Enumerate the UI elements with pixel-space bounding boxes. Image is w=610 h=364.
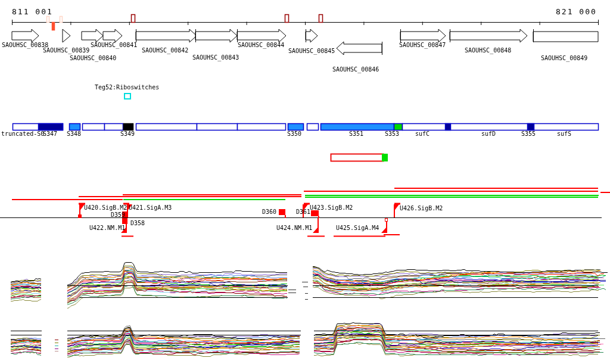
segment-label: sufS [557, 130, 571, 137]
variant-mark[interactable] [319, 15, 323, 23]
variant-mark[interactable] [285, 15, 289, 23]
tss-flag-label: U420.SigB.M2 [84, 204, 127, 211]
segment-label: S348 [67, 130, 81, 137]
gene-arrow[interactable] [82, 29, 103, 42]
tss-d-box-label: D358 [130, 220, 145, 226]
segment-box[interactable] [288, 124, 304, 130]
segment-box[interactable] [238, 124, 286, 130]
segment-box[interactable] [70, 124, 80, 130]
gene-label: SAOUHSC_00838 [2, 42, 48, 48]
segment-label: S349 [120, 130, 135, 137]
tss-d-box[interactable] [279, 209, 285, 215]
riboswitch-label: Teg52:Riboswitches [95, 84, 159, 91]
tss-open-rect [385, 219, 388, 222]
gene-arrow[interactable] [103, 29, 122, 42]
segment-box[interactable] [321, 124, 394, 130]
gene-arrow[interactable] [12, 29, 39, 42]
gene-label: SAOUHSC_00848 [465, 47, 511, 54]
probe-box[interactable] [331, 154, 384, 161]
tss-up-flag-pennant[interactable] [394, 204, 399, 211]
riboswitch-marker-box[interactable] [124, 93, 131, 99]
gene-arrow[interactable] [533, 32, 598, 42]
gene-arrow[interactable] [306, 29, 318, 42]
gene-label: SAOUHSC_00846 [332, 66, 379, 73]
segment-label: S355 [521, 130, 536, 137]
tss-d-box-label: D359 [111, 211, 125, 218]
segment-box[interactable] [307, 124, 319, 130]
segment-box[interactable] [528, 124, 534, 130]
segment-label: S351 [349, 130, 363, 137]
genome-browser-view: 811 001 821 000 Teg52:Riboswitches SAOUH… [0, 0, 610, 364]
tss-flag-base-square [78, 214, 82, 218]
tss-d-box[interactable] [122, 218, 127, 224]
gene-label: SAOUHSC_00839 [43, 47, 89, 54]
segment-box[interactable] [136, 124, 197, 130]
variant-mark[interactable] [52, 23, 55, 30]
segment-box[interactable] [403, 124, 599, 130]
gene-arrow[interactable] [63, 29, 70, 42]
variant-mark[interactable] [47, 17, 49, 23]
tss-d-box-label: D361 [296, 209, 310, 215]
gene-label: SAOUHSC_00849 [541, 55, 587, 61]
tss-flag-label: U424.NM.M1 [276, 225, 312, 231]
tss-flag-label: U426.SigB.M2 [400, 205, 443, 211]
probe-box-green-end [382, 154, 388, 161]
segment-box[interactable] [197, 124, 238, 130]
gene-arrow[interactable] [237, 29, 286, 42]
tss-d-box[interactable] [311, 210, 319, 216]
tss-flag-label: U425.SigA.M4 [336, 225, 379, 231]
gene-arrow[interactable] [450, 29, 527, 42]
segment-label: S347 [43, 130, 57, 137]
segment-label: S350 [287, 130, 301, 137]
segment-box[interactable] [446, 124, 451, 130]
gene-label: SAOUHSC_00843 [192, 54, 239, 61]
segment-box[interactable] [39, 124, 63, 130]
tss-flag-label: U423.SigB.M2 [310, 204, 353, 211]
gene-label: SAOUHSC_00847 [399, 42, 446, 48]
tss-d-box-label: D360 [262, 209, 276, 215]
segment-box[interactable] [394, 124, 403, 130]
gene-label: SAOUHSC_00842 [142, 47, 188, 54]
gene-label: SAOUHSC_00840 [70, 55, 116, 61]
segment-box[interactable] [83, 124, 105, 130]
ruler-end-coordinate: 821 000 [556, 8, 597, 16]
gene-arrow[interactable] [337, 42, 382, 55]
segment-label: truncated-S0 [1, 130, 44, 137]
gene-arrow[interactable] [195, 29, 237, 42]
tss-flag-label: U421.SigA.M3 [129, 204, 172, 211]
segment-label: S353 [385, 130, 399, 137]
gene-arrow[interactable] [400, 29, 446, 42]
variant-mark[interactable] [60, 17, 63, 23]
gene-label: SAOUHSC_00844 [238, 42, 284, 48]
variant-mark[interactable] [132, 15, 135, 23]
gene-label: SAOUHSC_00845 [288, 48, 335, 54]
gene-label: SAOUHSC_00841 [91, 42, 137, 48]
segment-label: sufD [481, 130, 496, 137]
ruler-start-coordinate: 811 001 [12, 8, 53, 16]
segment-box[interactable] [105, 124, 123, 130]
segment-label: sufC [415, 130, 430, 137]
segment-box[interactable] [124, 124, 133, 130]
tss-flag-label: U422.NM.M1 [89, 225, 125, 231]
gene-arrow[interactable] [136, 29, 197, 42]
